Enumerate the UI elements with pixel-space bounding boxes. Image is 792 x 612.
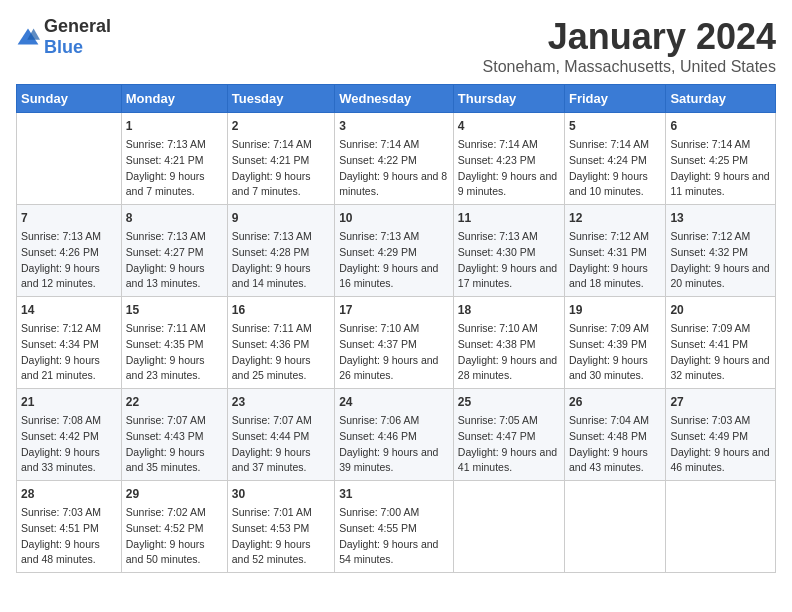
daylight-text: Daylight: 9 hours and 50 minutes. <box>126 537 223 569</box>
sunset-text: Sunset: 4:48 PM <box>569 429 661 445</box>
sunset-text: Sunset: 4:27 PM <box>126 245 223 261</box>
daylight-text: Daylight: 9 hours and 21 minutes. <box>21 353 117 385</box>
day-number: 26 <box>569 393 661 411</box>
sunrise-text: Sunrise: 7:08 AM <box>21 413 117 429</box>
calendar-cell: 2Sunrise: 7:14 AMSunset: 4:21 PMDaylight… <box>227 113 334 205</box>
day-number: 27 <box>670 393 771 411</box>
day-number: 29 <box>126 485 223 503</box>
daylight-text: Daylight: 9 hours and 11 minutes. <box>670 169 771 201</box>
daylight-text: Daylight: 9 hours and 25 minutes. <box>232 353 330 385</box>
calendar-cell: 4Sunrise: 7:14 AMSunset: 4:23 PMDaylight… <box>453 113 564 205</box>
column-header-thursday: Thursday <box>453 85 564 113</box>
sunset-text: Sunset: 4:25 PM <box>670 153 771 169</box>
calendar-subtitle: Stoneham, Massachusetts, United States <box>483 58 776 76</box>
calendar-cell: 15Sunrise: 7:11 AMSunset: 4:35 PMDayligh… <box>121 297 227 389</box>
sunrise-text: Sunrise: 7:13 AM <box>21 229 117 245</box>
daylight-text: Daylight: 9 hours and 18 minutes. <box>569 261 661 293</box>
day-number: 24 <box>339 393 449 411</box>
day-number: 17 <box>339 301 449 319</box>
sunset-text: Sunset: 4:30 PM <box>458 245 560 261</box>
sunrise-text: Sunrise: 7:06 AM <box>339 413 449 429</box>
daylight-text: Daylight: 9 hours and 20 minutes. <box>670 261 771 293</box>
calendar-cell: 20Sunrise: 7:09 AMSunset: 4:41 PMDayligh… <box>666 297 776 389</box>
sunset-text: Sunset: 4:21 PM <box>232 153 330 169</box>
sunrise-text: Sunrise: 7:10 AM <box>458 321 560 337</box>
calendar-cell: 12Sunrise: 7:12 AMSunset: 4:31 PMDayligh… <box>565 205 666 297</box>
sunrise-text: Sunrise: 7:13 AM <box>458 229 560 245</box>
logo-blue: Blue <box>44 37 83 57</box>
day-number: 12 <box>569 209 661 227</box>
daylight-text: Daylight: 9 hours and 26 minutes. <box>339 353 449 385</box>
sunset-text: Sunset: 4:43 PM <box>126 429 223 445</box>
sunset-text: Sunset: 4:34 PM <box>21 337 117 353</box>
calendar-cell: 13Sunrise: 7:12 AMSunset: 4:32 PMDayligh… <box>666 205 776 297</box>
day-number: 14 <box>21 301 117 319</box>
daylight-text: Daylight: 9 hours and 32 minutes. <box>670 353 771 385</box>
calendar-cell: 29Sunrise: 7:02 AMSunset: 4:52 PMDayligh… <box>121 481 227 573</box>
sunrise-text: Sunrise: 7:12 AM <box>670 229 771 245</box>
calendar-cell: 7Sunrise: 7:13 AMSunset: 4:26 PMDaylight… <box>17 205 122 297</box>
sunset-text: Sunset: 4:28 PM <box>232 245 330 261</box>
column-header-sunday: Sunday <box>17 85 122 113</box>
title-area: January 2024 Stoneham, Massachusetts, Un… <box>483 16 776 76</box>
logo-general: General <box>44 16 111 36</box>
sunset-text: Sunset: 4:32 PM <box>670 245 771 261</box>
sunset-text: Sunset: 4:22 PM <box>339 153 449 169</box>
sunset-text: Sunset: 4:46 PM <box>339 429 449 445</box>
day-number: 19 <box>569 301 661 319</box>
calendar-cell: 17Sunrise: 7:10 AMSunset: 4:37 PMDayligh… <box>335 297 454 389</box>
calendar-cell <box>453 481 564 573</box>
logo: General Blue <box>16 16 111 58</box>
daylight-text: Daylight: 9 hours and 37 minutes. <box>232 445 330 477</box>
week-row-5: 28Sunrise: 7:03 AMSunset: 4:51 PMDayligh… <box>17 481 776 573</box>
calendar-title: January 2024 <box>483 16 776 58</box>
calendar-cell: 28Sunrise: 7:03 AMSunset: 4:51 PMDayligh… <box>17 481 122 573</box>
column-header-monday: Monday <box>121 85 227 113</box>
sunrise-text: Sunrise: 7:13 AM <box>126 229 223 245</box>
calendar-cell: 30Sunrise: 7:01 AMSunset: 4:53 PMDayligh… <box>227 481 334 573</box>
sunset-text: Sunset: 4:31 PM <box>569 245 661 261</box>
sunrise-text: Sunrise: 7:07 AM <box>126 413 223 429</box>
sunset-text: Sunset: 4:49 PM <box>670 429 771 445</box>
calendar-cell: 22Sunrise: 7:07 AMSunset: 4:43 PMDayligh… <box>121 389 227 481</box>
sunset-text: Sunset: 4:23 PM <box>458 153 560 169</box>
daylight-text: Daylight: 9 hours and 16 minutes. <box>339 261 449 293</box>
daylight-text: Daylight: 9 hours and 9 minutes. <box>458 169 560 201</box>
sunrise-text: Sunrise: 7:12 AM <box>21 321 117 337</box>
calendar-table: SundayMondayTuesdayWednesdayThursdayFrid… <box>16 84 776 573</box>
calendar-cell: 11Sunrise: 7:13 AMSunset: 4:30 PMDayligh… <box>453 205 564 297</box>
sunrise-text: Sunrise: 7:14 AM <box>670 137 771 153</box>
calendar-cell: 3Sunrise: 7:14 AMSunset: 4:22 PMDaylight… <box>335 113 454 205</box>
week-row-4: 21Sunrise: 7:08 AMSunset: 4:42 PMDayligh… <box>17 389 776 481</box>
daylight-text: Daylight: 9 hours and 30 minutes. <box>569 353 661 385</box>
sunset-text: Sunset: 4:51 PM <box>21 521 117 537</box>
logo-icon <box>16 27 40 47</box>
sunrise-text: Sunrise: 7:13 AM <box>126 137 223 153</box>
sunset-text: Sunset: 4:29 PM <box>339 245 449 261</box>
sunrise-text: Sunrise: 7:11 AM <box>232 321 330 337</box>
sunrise-text: Sunrise: 7:03 AM <box>21 505 117 521</box>
sunrise-text: Sunrise: 7:11 AM <box>126 321 223 337</box>
sunset-text: Sunset: 4:21 PM <box>126 153 223 169</box>
sunrise-text: Sunrise: 7:02 AM <box>126 505 223 521</box>
day-number: 7 <box>21 209 117 227</box>
sunrise-text: Sunrise: 7:09 AM <box>569 321 661 337</box>
day-number: 20 <box>670 301 771 319</box>
day-number: 2 <box>232 117 330 135</box>
daylight-text: Daylight: 9 hours and 35 minutes. <box>126 445 223 477</box>
sunset-text: Sunset: 4:47 PM <box>458 429 560 445</box>
column-header-friday: Friday <box>565 85 666 113</box>
daylight-text: Daylight: 9 hours and 13 minutes. <box>126 261 223 293</box>
calendar-cell: 9Sunrise: 7:13 AMSunset: 4:28 PMDaylight… <box>227 205 334 297</box>
week-row-3: 14Sunrise: 7:12 AMSunset: 4:34 PMDayligh… <box>17 297 776 389</box>
sunrise-text: Sunrise: 7:07 AM <box>232 413 330 429</box>
column-header-saturday: Saturday <box>666 85 776 113</box>
day-number: 22 <box>126 393 223 411</box>
sunrise-text: Sunrise: 7:14 AM <box>232 137 330 153</box>
day-number: 9 <box>232 209 330 227</box>
day-number: 21 <box>21 393 117 411</box>
header-row: SundayMondayTuesdayWednesdayThursdayFrid… <box>17 85 776 113</box>
column-header-tuesday: Tuesday <box>227 85 334 113</box>
calendar-cell: 26Sunrise: 7:04 AMSunset: 4:48 PMDayligh… <box>565 389 666 481</box>
day-number: 8 <box>126 209 223 227</box>
